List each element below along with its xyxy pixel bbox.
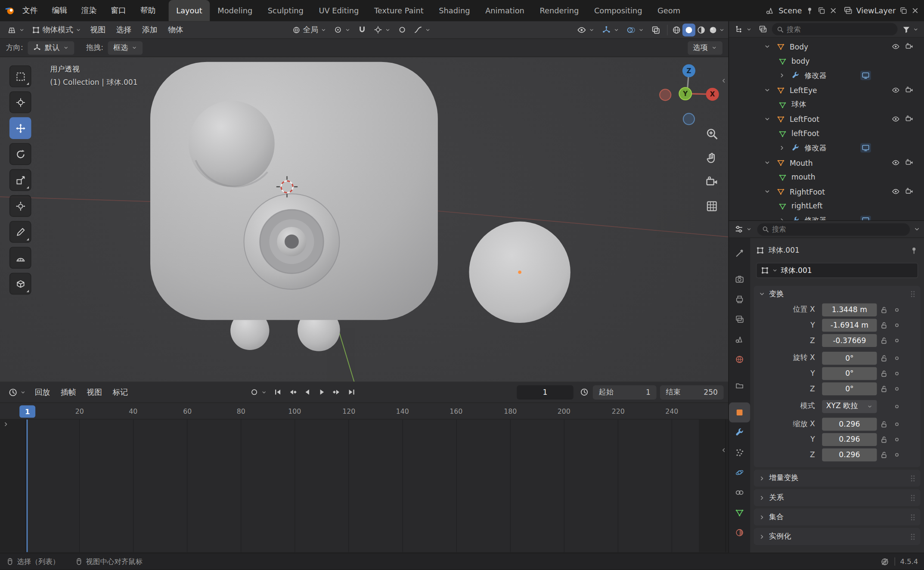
orthographic-toggle-button[interactable] — [705, 199, 719, 214]
chevron-down-icon[interactable] — [772, 267, 778, 273]
scene-selector[interactable]: Scene — [766, 6, 837, 15]
visibility-dropdown[interactable] — [574, 23, 598, 37]
play-reverse-button[interactable] — [300, 385, 314, 399]
outliner-item-label[interactable]: leftFoot — [791, 129, 819, 138]
transform-tool[interactable] — [9, 195, 31, 217]
frame-start-field[interactable]: 起始 1 — [593, 385, 657, 399]
workspace-tab-modeling[interactable]: Modeling — [210, 0, 260, 21]
pin-icon[interactable] — [806, 6, 814, 15]
outliner-row-rightfoot-modifiers[interactable]: 修改器 — [729, 214, 924, 220]
shading-options-chevron-icon[interactable] — [719, 27, 725, 33]
outliner-row-lefteye[interactable]: LeftEye — [729, 83, 924, 98]
animate-dot-icon[interactable] — [891, 369, 902, 377]
animate-dot-icon[interactable] — [891, 354, 902, 362]
chevron-down-icon[interactable] — [762, 43, 773, 50]
tab-view-layer[interactable] — [729, 310, 750, 330]
jump-to-start-button[interactable] — [270, 385, 285, 399]
shading-solid-button[interactable] — [682, 23, 695, 36]
workspace-tab-layout[interactable]: Layout — [168, 0, 210, 21]
disable-render-icon[interactable] — [905, 188, 913, 196]
annotate-tool[interactable] — [9, 221, 31, 243]
panel-collections[interactable]: 集合 — [753, 508, 920, 526]
lock-icon[interactable] — [877, 321, 891, 329]
proportional-edit-toggle[interactable] — [394, 23, 410, 37]
rotation-mode-dropdown[interactable]: XYZ 欧拉 — [822, 400, 877, 413]
lock-icon[interactable] — [877, 420, 891, 428]
playhead-line[interactable] — [27, 419, 28, 552]
animate-dot-icon[interactable] — [891, 402, 902, 410]
tab-material[interactable] — [729, 523, 750, 543]
xray-toggle[interactable] — [648, 23, 664, 37]
outliner-item-label[interactable]: rightLeft — [791, 202, 822, 211]
orientation-dropdown[interactable]: 默认 — [28, 41, 74, 54]
tab-constraints[interactable] — [729, 483, 750, 503]
drag-grip-icon[interactable] — [910, 513, 916, 521]
gizmo-z-negative-ball[interactable] — [683, 113, 695, 124]
outliner-row-body-modifiers[interactable]: 修改器 — [729, 68, 924, 83]
proportional-falloff-dropdown[interactable] — [410, 23, 434, 37]
outliner-item-label[interactable]: 修改器 — [804, 143, 826, 153]
modifier-viewport-toggle-icon[interactable] — [860, 216, 871, 220]
drag-grip-icon[interactable] — [910, 493, 916, 502]
measure-tool[interactable] — [9, 247, 31, 269]
gizmos-dropdown[interactable] — [598, 23, 623, 37]
tab-world[interactable] — [729, 350, 750, 370]
tab-collection[interactable] — [729, 375, 750, 396]
new-scene-icon[interactable] — [817, 6, 825, 15]
viewport-3d[interactable]: Z X Y 用户透视 (1) Collection | 球体.001 — [0, 57, 729, 382]
menu-select[interactable]: 选择 — [111, 23, 136, 37]
hide-eye-icon[interactable] — [892, 115, 900, 123]
pin-icon[interactable] — [910, 246, 918, 254]
snap-settings-dropdown[interactable] — [370, 23, 394, 37]
menu-edit[interactable]: 编辑 — [45, 3, 74, 18]
tab-output[interactable] — [729, 289, 750, 310]
rotation-x-input[interactable]: 0° — [822, 351, 877, 364]
chevron-down-icon[interactable] — [913, 226, 920, 232]
tab-render[interactable] — [729, 269, 750, 289]
current-frame-field[interactable]: 1 — [517, 385, 573, 399]
lock-icon[interactable] — [877, 369, 891, 377]
next-keyframe-button[interactable] — [329, 385, 344, 399]
scene-sphere[interactable] — [469, 222, 570, 323]
blender-logo-icon[interactable] — [5, 5, 16, 16]
menu-render[interactable]: 渲染 — [74, 3, 103, 18]
outliner-item-label[interactable]: body — [791, 57, 809, 66]
tab-physics[interactable] — [729, 462, 750, 483]
outliner-item-label[interactable]: Mouth — [790, 158, 813, 167]
tab-modifiers[interactable] — [729, 422, 750, 443]
unlink-scene-icon[interactable] — [829, 6, 837, 15]
lock-icon[interactable] — [877, 450, 891, 458]
menu-file[interactable]: 文件 — [16, 3, 45, 18]
chevron-right-icon[interactable] — [777, 217, 788, 220]
tab-particles[interactable] — [729, 443, 750, 463]
tab-tool[interactable] — [729, 243, 750, 263]
workspace-tab-shading[interactable]: Shading — [431, 0, 478, 21]
properties-editor-type-button[interactable] — [732, 222, 753, 236]
hide-eye-icon[interactable] — [892, 188, 900, 196]
outliner-item-label[interactable]: LeftEye — [790, 86, 817, 95]
timeline-track-area[interactable] — [0, 419, 729, 552]
menu-help[interactable]: 帮助 — [133, 3, 162, 18]
modifier-viewport-toggle-icon[interactable] — [860, 71, 871, 81]
scale-z-input[interactable]: 0.296 — [822, 448, 877, 461]
editor-type-button[interactable] — [3, 23, 28, 37]
workspace-tab-compositing[interactable]: Compositing — [586, 0, 650, 21]
auto-keying-toggle[interactable] — [246, 385, 270, 399]
mode-selector[interactable]: 物体模式 — [28, 23, 85, 37]
character-mouth[interactable] — [244, 194, 340, 289]
tab-object-data[interactable] — [729, 502, 750, 523]
workspace-tab-sculpting[interactable]: Sculpting — [260, 0, 311, 21]
frame-end-field[interactable]: 结束 250 — [660, 385, 724, 399]
menu-playback[interactable]: 回放 — [29, 385, 55, 399]
display-mode-button[interactable] — [757, 22, 769, 36]
outliner-row-body-mesh[interactable]: body — [729, 54, 924, 68]
timeline-editor-type-button[interactable] — [5, 385, 29, 399]
outliner-item-label[interactable]: LeftFoot — [790, 115, 819, 124]
panel-relations[interactable]: 关系 — [753, 489, 920, 506]
shading-wireframe-button[interactable] — [670, 23, 682, 37]
prev-keyframe-button[interactable] — [285, 385, 300, 399]
cursor-tool[interactable] — [9, 91, 31, 113]
new-viewlayer-icon[interactable] — [899, 6, 908, 15]
rotation-y-input[interactable]: 0° — [822, 367, 877, 380]
outliner-row-body[interactable]: Body — [729, 40, 924, 54]
